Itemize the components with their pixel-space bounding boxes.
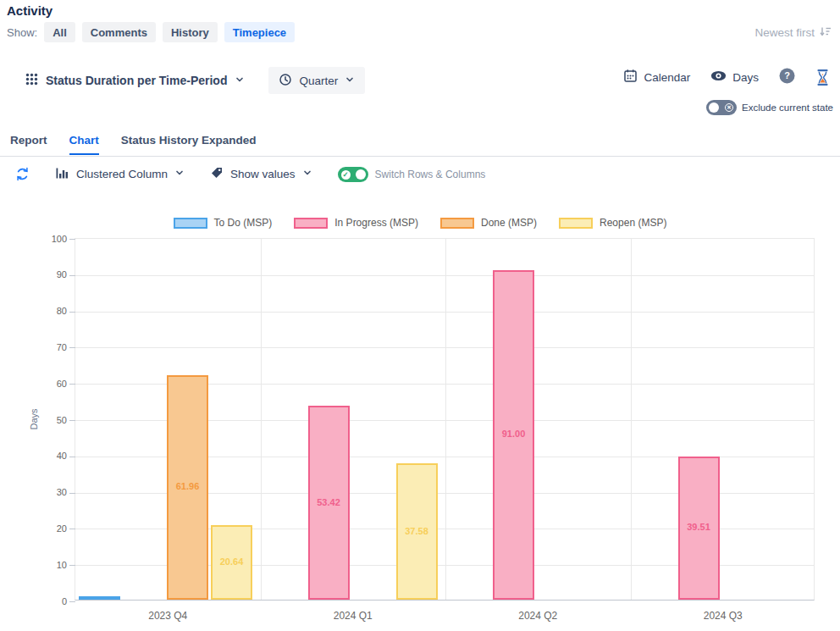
y-axis-tick-label: 10 [36, 560, 67, 570]
bar-value-label: 91.00 [495, 429, 533, 439]
legend-label: In Progress (MSP) [334, 217, 418, 229]
gridline-horizontal [75, 312, 814, 313]
legend-item-to-do-msp[interactable]: To Do (MSP) [174, 217, 273, 229]
legend-swatch-icon [559, 218, 593, 229]
chart-bar-in-progress-msp-2024-q1[interactable]: 53.42 [308, 406, 350, 600]
timepiece-hourglass-logo-icon [815, 69, 830, 86]
column-chart-icon [55, 167, 69, 182]
gridline-vertical [445, 239, 446, 600]
bar-value-label: 37.58 [398, 526, 436, 536]
chart-bar-reopen-msp-2024-q1[interactable]: 37.58 [396, 463, 438, 600]
y-axis-tick [69, 493, 75, 494]
chart-bar-to-do-msp-2023-q4[interactable] [79, 596, 120, 600]
y-axis-tick-label: 70 [36, 342, 67, 352]
filter-history-button[interactable]: History [163, 22, 218, 42]
chart-type-selector[interactable]: Clustered Column [55, 167, 185, 182]
y-axis-tick-label: 100 [36, 234, 67, 244]
clock-icon [279, 73, 292, 89]
filter-all-button[interactable]: All [44, 22, 75, 42]
sort-order-control[interactable]: Newest first [754, 25, 832, 40]
help-button[interactable]: ? [779, 68, 795, 86]
switch-rows-columns-control: ✓ Switch Rows & Columns [338, 167, 486, 182]
legend-label: Done (MSP) [481, 217, 537, 229]
legend-item-in-progress-msp[interactable]: In Progress (MSP) [294, 217, 418, 229]
toolbar-right-group: Calendar Days ? [623, 68, 830, 86]
grid-icon [25, 73, 38, 88]
y-axis-tick [69, 384, 75, 385]
x-axis-category-label: 2024 Q2 [445, 610, 631, 622]
y-axis-tick [69, 565, 75, 566]
calendar-label: Calendar [644, 71, 690, 84]
x-axis-category-label: 2024 Q1 [261, 610, 446, 622]
legend-swatch-icon [174, 218, 207, 229]
y-axis-tick [69, 420, 75, 421]
show-values-label: Show values [230, 168, 296, 180]
y-axis-tick [69, 239, 75, 240]
unit-days-button[interactable]: Days [710, 70, 759, 84]
exclude-current-state-toggle[interactable]: ✕ [706, 100, 737, 115]
toggle-knob [356, 169, 366, 180]
chevron-down-icon [302, 168, 312, 180]
show-values-selector[interactable]: Show values [210, 166, 312, 182]
report-type-selector[interactable]: Status Duration per Time-Period [25, 73, 245, 88]
y-axis-tick-label: 40 [36, 451, 67, 461]
chevron-down-icon [174, 168, 185, 180]
period-label: Quarter [299, 75, 338, 87]
chart-bar-in-progress-msp-2024-q3[interactable]: 39.51 [678, 457, 720, 600]
x-axis-category-label: 2023 Q4 [75, 610, 261, 622]
tab-status-history-expanded[interactable]: Status History Expanded [121, 134, 257, 155]
y-axis-tick [69, 275, 75, 276]
period-selector[interactable]: Quarter [268, 67, 365, 94]
y-axis-tick-label: 20 [36, 523, 67, 534]
calendar-icon [623, 69, 638, 86]
y-axis-tick-label: 90 [36, 269, 67, 280]
y-axis-tick [69, 457, 75, 457]
y-axis-tick [69, 347, 75, 348]
calendar-button[interactable]: Calendar [623, 69, 690, 86]
gridline-horizontal [75, 275, 814, 276]
chart-area: To Do (MSP)In Progress (MSP)Done (MSP)Re… [0, 212, 840, 631]
tab-chart[interactable]: Chart [69, 134, 99, 155]
eye-icon [710, 70, 727, 84]
y-axis-tick-label: 50 [36, 415, 67, 425]
legend-item-done-msp[interactable]: Done (MSP) [440, 217, 537, 229]
activity-filter-bar: Show: All Comments History Timepiece [7, 22, 295, 42]
days-label: Days [732, 71, 759, 84]
switch-rows-columns-toggle[interactable]: ✓ [338, 167, 368, 182]
sort-descending-icon [819, 25, 832, 40]
legend-swatch-icon [294, 218, 328, 229]
refresh-button[interactable] [15, 167, 30, 181]
exclude-current-state-control: ✕ Exclude current state [706, 100, 833, 115]
toggle-knob [709, 102, 719, 113]
legend-swatch-icon [440, 218, 474, 229]
question-mark-icon: ? [779, 68, 795, 86]
chevron-down-icon [345, 75, 355, 87]
chart-type-label: Clustered Column [76, 168, 168, 180]
tabs-divider [0, 156, 840, 157]
chart-toolbar: Clustered Column Show values ✓ Switch Ro… [15, 166, 485, 182]
chart-bar-in-progress-msp-2024-q2[interactable]: 91.00 [493, 270, 534, 600]
x-axis-category-label: 2024 Q3 [631, 610, 816, 622]
chevron-down-icon [235, 75, 245, 87]
report-type-label: Status Duration per Time-Period [46, 74, 227, 87]
legend-item-reopen-msp[interactable]: Reopen (MSP) [559, 217, 666, 229]
chart-bar-reopen-msp-2023-q4[interactable]: 20.64 [211, 525, 252, 600]
filter-comments-button[interactable]: Comments [82, 22, 156, 42]
y-axis-tick-label: 30 [36, 487, 67, 497]
gridline-horizontal [75, 347, 814, 348]
y-axis-tick-label: 0 [36, 596, 67, 606]
toggle-cross-icon: ✕ [725, 103, 733, 112]
report-toolbar: Status Duration per Time-Period Quarter [25, 66, 365, 95]
view-tabs: Report Chart Status History Expanded [10, 134, 257, 155]
switch-rows-columns-label: Switch Rows & Columns [375, 169, 486, 180]
y-axis-tick [69, 601, 75, 602]
y-axis-tick [69, 529, 75, 529]
chart-bar-done-msp-2023-q4[interactable]: 61.96 [167, 375, 208, 600]
y-axis-tick-label: 80 [36, 306, 67, 316]
page-title: Activity [7, 3, 52, 18]
legend-label: Reopen (MSP) [600, 217, 666, 229]
tab-report[interactable]: Report [10, 134, 47, 155]
filter-timepiece-button[interactable]: Timepiece [224, 22, 295, 42]
bar-value-label: 53.42 [310, 497, 348, 507]
y-axis-tick [69, 312, 75, 313]
